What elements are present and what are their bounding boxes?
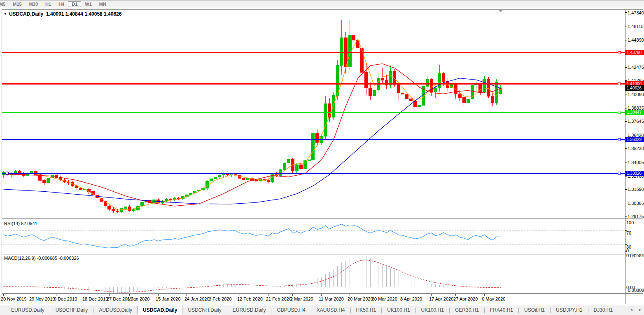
price-badge-1.36029: 1.36029	[625, 137, 644, 142]
chart-tab-uk100-h1[interactable]: UK100,H1	[416, 306, 449, 314]
candle-body	[254, 180, 257, 181]
candle-body	[234, 174, 237, 175]
chart-tab-eurusd-daily[interactable]: EURUSD,Daily	[227, 306, 271, 314]
current-price-badge: 1.40626	[625, 85, 644, 91]
line-handle[interactable]	[618, 82, 621, 85]
candle-body	[352, 35, 355, 40]
price-tick-label: 1.44890	[628, 38, 644, 42]
rsi-label: RSI(14) 52.0541	[4, 221, 37, 226]
candle-body	[120, 209, 123, 212]
price-tick-label: 1.37645	[628, 119, 644, 124]
price-tick-label: 1.34005	[628, 160, 644, 165]
price-tick-label: 1.40060	[628, 92, 644, 97]
chart-tab-audusd-daily[interactable]: AUDUSD,Daily	[93, 306, 138, 314]
ma-fast	[3, 39, 501, 210]
date-tick-label: 9 Dec 2019	[54, 296, 77, 301]
candle-body	[426, 79, 429, 86]
tab-scroll-right-icon[interactable]: ►	[638, 308, 642, 312]
date-tick-label: 15 Jan 2020	[156, 296, 181, 301]
candle-body	[116, 211, 119, 212]
candle-body	[324, 104, 327, 136]
date-tick-label: 30 Mar 2020	[372, 296, 397, 301]
tab-scroll-arrows: ◄ ►	[625, 308, 642, 312]
candle-body	[316, 133, 319, 142]
candle-body	[467, 99, 469, 103]
shift-marker-icon[interactable]	[498, 10, 503, 12]
line-handle[interactable]	[618, 111, 621, 114]
candle-body	[361, 48, 364, 72]
chart-tab-gbpusd-h4[interactable]: GBPUSD,H4	[271, 306, 310, 314]
date-tick-label: 27 Apr 2020	[453, 296, 478, 301]
date-tick-label: 29 Nov 2019	[29, 296, 55, 301]
candle-body	[483, 80, 486, 92]
price-tick-label: 1.31590	[628, 187, 644, 192]
chart-tab-eurusd-daily[interactable]: EURUSD,Daily	[6, 306, 50, 314]
chart-title: ▼USDCAD,Daily 1.40091 1.40844 1.40058 1.…	[4, 11, 121, 17]
candle-body	[214, 177, 217, 179]
chart-tab-hk50-h1[interactable]: HK50,H1	[351, 306, 382, 314]
rsi-scale-label: 100	[626, 220, 634, 225]
candle-body	[299, 165, 302, 169]
date-tick-label: 6 Jan 2020	[127, 296, 149, 301]
price-badge-1.38447: 1.38447	[625, 110, 644, 115]
chart-tab-usdchf-daily[interactable]: USDCHF,Daily	[50, 306, 93, 314]
rsi-scale-label: 70	[626, 230, 631, 235]
rsi-scale-label: 0	[626, 248, 629, 253]
candle-body	[458, 94, 461, 97]
candle-body	[108, 206, 111, 209]
chart-tab-xauusd-h4[interactable]: XAUUSD,H4	[311, 306, 350, 314]
candle-body	[365, 72, 368, 88]
candle-body	[47, 178, 49, 183]
date-tick-label: 21 Feb 2020	[266, 296, 292, 301]
price-tick-label: 1.47340	[628, 10, 644, 15]
date-tick-label: 24 Jan 2020	[184, 296, 210, 301]
candle-body	[308, 160, 310, 161]
candle-body	[112, 209, 115, 211]
chart-tab-uk100-h1[interactable]: UK100,H1	[382, 306, 415, 314]
line-handle[interactable]	[6, 172, 8, 174]
chart-canvas	[0, 0, 644, 315]
date-tick-label: 2 Mar 2020	[290, 296, 313, 301]
candle-body	[218, 175, 221, 177]
candle-body	[132, 210, 135, 211]
date-tick-label: 6 May 2020	[482, 296, 505, 301]
window-menu-icon[interactable]: ▼	[4, 12, 7, 16]
candle-body	[312, 133, 315, 160]
macd-scale-label: 0.032493	[626, 253, 644, 258]
chart-tab-usdcnh-daily[interactable]: USDCNH,Daily	[182, 306, 226, 314]
date-tick-label: 20 Mar 2020	[348, 296, 373, 301]
line-handle[interactable]	[618, 138, 621, 141]
candle-body	[438, 73, 441, 88]
date-tick-label: 8 Apr 2020	[400, 296, 422, 301]
candle-body	[406, 94, 408, 99]
tab-scroll-left-icon[interactable]: ◄	[630, 308, 633, 312]
line-handle[interactable]	[618, 52, 621, 54]
candle-body	[243, 178, 245, 179]
candle-body	[434, 88, 437, 92]
chart-tab-dj30-h1[interactable]: DJ30,H1	[588, 306, 618, 314]
chart-symbol-period: USDCAD,Daily	[9, 11, 43, 17]
chart-tab-ger30-h1[interactable]: GER30,H1	[450, 306, 484, 314]
date-tick-label: 11 Mar 2020	[319, 296, 344, 301]
date-tick-label: 3 Feb 2020	[209, 296, 232, 301]
candle-body	[462, 97, 465, 103]
line-handle[interactable]	[618, 172, 621, 174]
chart-tab-usdjpy-h1[interactable]: USDJPY,H1	[551, 306, 588, 314]
candle-body	[328, 104, 331, 118]
date-tick-label: 12 Feb 2020	[237, 296, 263, 301]
candle-body	[128, 207, 131, 210]
chart-tab-bar: EURUSD,DailyUSDCHF,DailyAUDUSD,DailyUSDC…	[0, 305, 644, 315]
candle-body	[401, 93, 404, 94]
candle-body	[267, 181, 270, 182]
macd-label: MACD(12,26,9) -0.000685 -0.000326	[4, 256, 79, 261]
chart-tab-fra40-h1[interactable]: FRA40,H1	[485, 306, 518, 314]
chart-tab-usdcad-daily[interactable]: USDCAD,Daily	[138, 306, 182, 314]
date-tick-label: 18 Dec 2019	[82, 296, 108, 301]
candle-body	[287, 159, 290, 163]
candle-body	[340, 38, 343, 65]
price-badge-1.33026: 1.33026	[625, 171, 644, 176]
date-tick-label: 17 Apr 2020	[429, 296, 453, 301]
candle-body	[410, 99, 413, 101]
candle-body	[475, 85, 478, 85]
chart-tab-usoil-h1[interactable]: USOil,H1	[519, 306, 550, 314]
